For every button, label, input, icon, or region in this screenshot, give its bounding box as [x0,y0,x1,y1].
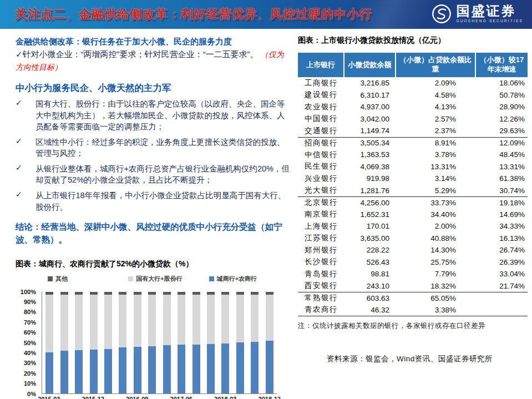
legend-swatch-icon [128,276,133,281]
slide: 关注点二、金融供给侧改革：利好经营优异、风控过硬的中小行 国盛证券 GUOSHE… [0,0,532,399]
value-cell: 4,937.00 [344,103,396,111]
bar-segment [178,295,185,345]
value-cell: 2.37% [396,127,476,135]
bar-segment [45,352,53,393]
x-tick-label: 2015-12 [77,396,110,399]
bar-2016-12 [148,292,156,393]
value-cell: 30.74% [476,186,528,195]
value-cell: 4,256.00 [344,199,396,207]
y-tick-label: 80% [16,309,39,315]
bar-segment [236,295,244,342]
value-cell: 48.45% [476,150,528,159]
check-icon: ✓ [16,163,36,186]
bar-segment [266,295,273,341]
bar-2018-09 [251,292,259,393]
bullet-text: 区域性中小行：经过多年的积淀，业务角度上更擅长这类信贷的投放、管理与风控； [36,137,290,159]
x-tick-label: 2015-03 [32,396,65,399]
section1-body: ✓针对小微企业：“两增两控”要求；针对民营企业：“一二五要求”。 （仅为方向性目… [16,48,290,73]
bank-name-cell: 长沙银行 [298,257,344,267]
value-cell: 16.13% [476,234,528,243]
bank-table: 上市银行小微贷款余额（小微）占贷款余额比重（小微）较17年末增速 工商银行3,2… [298,53,528,316]
table-row: 青岛银行98.817.79%33.04% [298,268,528,280]
bar-2015-06 [60,292,68,393]
value-cell: 1,149.74 [344,127,396,135]
bar-2016-06 [119,292,126,393]
table-header-row: 上市银行小微贷款余额（小微）占贷款余额比重（小微）较17年末增速 [298,53,528,77]
table-row: 工商银行3,216.852.09%18.06% [298,77,528,89]
chart-x-axis: 2015-032015-122016-092017-062018-032018-… [16,396,290,399]
value-cell: 919.98 [344,174,396,183]
table-row: 江苏银行3,635.0040.88%16.13% [298,233,528,245]
company-name-en: GUOSHENG SECURITIES [456,19,523,23]
bar-segment [251,295,259,342]
chart-bars [42,292,277,394]
legend-label: 城商行+农商行 [217,275,257,283]
value-cell: 2.00% [396,222,476,230]
y-tick-label: 50% [16,340,39,346]
bullet-item: ✓从上市银行18年年报看，中小行小微企业贷款占比明显高于国有大行、股份行。 [16,190,290,213]
bar-segment [119,295,126,347]
value-cell: 40.88% [396,234,476,243]
bank-name-cell: 北京银行 [298,198,344,208]
table-row: 西安银行243.1018.32%21.74% [298,280,528,292]
bar-2015-03 [45,292,53,393]
bar-segment [45,295,53,352]
value-cell: 228.22 [344,246,396,254]
value-cell: 29.63% [476,127,528,135]
bullet-item: ✓区域性中小行：经过多年的积淀，业务角度上更擅长这类信贷的投放、管理与风控； [16,137,290,159]
bullet-item: ✓从银行业整体看，城商行+农商行总资产占银行业金融机构仅约20%，但却贡献了52… [16,163,290,186]
left-column: 金融供给侧改革：银行任务在于加大小微、民企的服务力度 ✓针对小微企业：“两增两控… [16,36,290,399]
bullet-text: 从银行业整体看，城商行+农商行总资产占银行业金融机构仅约20%，但却贡献了52%… [36,163,290,186]
bank-name-cell: 青农商行 [298,305,344,315]
chart-y-axis: 100%90%80%70%60%50%40%30%20%10%0% [16,292,39,394]
value-cell: 28.90% [476,103,528,111]
bar-2016-09 [134,292,141,393]
value-cell: 18.06% [476,79,528,87]
bar-segment [148,346,156,393]
bank-name-cell: 工商银行 [298,78,344,88]
y-tick-label: 30% [16,360,39,366]
y-tick-label: 20% [16,370,39,377]
bar-2017-09 [192,292,200,393]
value-cell: 34.40% [396,210,476,219]
y-tick-label: 70% [16,319,39,326]
check-icon: ✓ [16,190,36,213]
value-cell: 21.74% [476,282,528,290]
value-cell: 33.04% [476,270,528,278]
check-icon: ✓ [16,137,36,159]
bank-name-cell: 交通银行 [298,126,344,136]
bar-2016-03 [104,292,112,393]
stacked-bar-chart: 其他国有大行+股份行城商行+农商行 100%90%80%70%60%50%40%… [16,275,290,399]
bar-2017-12 [207,292,215,393]
bullet-text: 国有大行、股份行：由于以往的客户定位较高（以政府、央企、国企等大中型机构为主），… [36,98,290,133]
table-row: 建设银行6,310.174.58%50.78% [298,89,528,102]
right-column: 图表：上市银行小微贷款投放情况（亿元） 上市银行小微贷款余额（小微）占贷款余额比… [298,36,528,364]
legend-item: 国有大行+股份行 [128,275,209,283]
value-cell: 34.33% [476,222,528,230]
value-cell: 2.57% [396,115,476,123]
value-cell: 18.32% [396,282,476,290]
bar-segment [178,345,185,393]
value-cell: 14.69% [476,210,528,219]
bar-segment [221,344,229,394]
company-logo: 国盛证券 GUOSHENG SECURITIES [431,3,523,24]
bullet-item: ✓国有大行、股份行：由于以往的客户定位较高（以政府、央企、国企等大中型机构为主）… [16,98,290,133]
legend-item: 其他 [48,275,128,283]
bar-segment [266,341,273,393]
bar-segment [104,295,112,349]
value-cell: 3,042.00 [344,115,396,123]
guosheng-logo-icon [431,3,452,24]
company-logo-text: 国盛证券 GUOSHENG SECURITIES [456,4,523,23]
bar-2018-03 [221,292,229,393]
check-icon: ✓ [16,49,23,59]
y-tick-label: 10% [16,380,39,387]
legend-swatch-icon [48,276,53,281]
company-name-cn: 国盛证券 [456,4,523,18]
value-cell: 603.63 [344,294,396,302]
conclusion-text: 结论：经营当地、深耕中小微、风控过硬的优质中小行充分受益（如宁波、常熟）。 [16,221,290,246]
bar-segment [60,295,68,351]
bank-name-cell: 光大银行 [298,185,344,195]
value-cell: 3,216.85 [344,79,396,87]
table-row: 常熟银行603.6365.05% [298,292,528,304]
value-cell: 13.31% [396,163,476,171]
